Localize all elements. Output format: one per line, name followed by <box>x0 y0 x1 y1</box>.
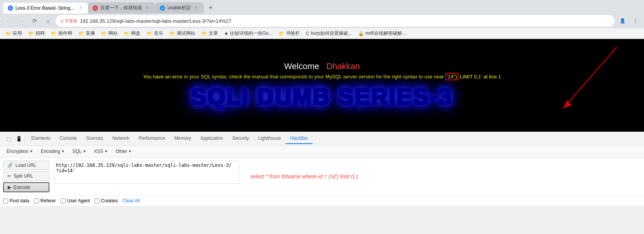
tab-lighthouse[interactable]: Lighthouse <box>254 133 286 144</box>
bookmark-recruit[interactable]: 📁 招聘 <box>26 29 47 37</box>
clear-all-link[interactable]: Clear All <box>122 198 140 203</box>
tab-1-close[interactable]: × <box>78 5 83 11</box>
tab-2-title: 百度一下，你就知道 <box>100 5 142 11</box>
post-data-checkbox-label[interactable]: Post data <box>3 198 29 203</box>
tab-security[interactable]: Security <box>228 133 254 144</box>
go-icon: ★ <box>224 31 228 36</box>
url-textarea[interactable]: http://192.168.35.129/sqli-labs-master/s… <box>54 161 239 184</box>
load-url-button[interactable]: 🔗 Load URL <box>3 161 49 170</box>
bookmark-website[interactable]: 📁 网站 <box>99 29 120 37</box>
user-agent-checkbox-label[interactable]: User Agent <box>61 198 90 203</box>
sql-menu[interactable]: SQL ▼ <box>69 147 90 156</box>
tab-console[interactable]: Console <box>55 133 81 144</box>
split-url-button[interactable]: ✂ Split URL <box>3 171 49 181</box>
encoding-label: Encoding <box>41 149 60 154</box>
query-annotation-text: select * from tbName where id = ('id') l… <box>250 173 358 180</box>
forward-button[interactable]: → <box>16 15 27 26</box>
tab-3-close[interactable]: × <box>193 5 199 11</box>
bookmark-plugin[interactable]: 📁 插件网 <box>49 29 74 37</box>
post-data-label: Post data <box>10 198 29 203</box>
encryption-menu[interactable]: Encryption ▼ <box>3 147 37 156</box>
encryption-label: Encryption <box>7 149 29 154</box>
tab-network[interactable]: Network <box>108 133 134 144</box>
error-line: You have an error in your SQL syntax; ch… <box>135 74 509 80</box>
bookmark-testsite[interactable]: 📁 测试网站 <box>167 29 198 37</box>
sql-label: SQL <box>73 149 82 154</box>
devtools-tab-bar: ⬚ 📱 Elements Console Sources Network Per… <box>0 132 644 146</box>
cookies-checkbox-label[interactable]: Cookies <box>95 198 118 203</box>
inspect-element-icon[interactable]: ⬚ <box>5 134 13 143</box>
execute-button[interactable]: ▶ Execute <box>3 182 49 192</box>
xss-label: XSS <box>94 149 103 154</box>
security-warning-icon: ⚠ 不安全 <box>60 18 78 24</box>
red-arrow-annotation <box>486 43 632 128</box>
tab-2[interactable]: 百 百度一下，你就知道 × <box>88 2 155 14</box>
sqli-title: SQLI DUMB SERIES-3 <box>191 83 453 109</box>
execute-label: Execute <box>14 185 30 190</box>
bookmark-apps[interactable]: 📁 应用 <box>3 29 24 37</box>
address-bar-row: ← → ⟳ ⌂ ⚠ 不安全 192.168.35.129/sqli-labs-m… <box>0 14 644 28</box>
bookmark-bar[interactable]: 📁 书签栏 <box>276 29 302 37</box>
referer-checkbox-label[interactable]: Referer <box>34 198 56 203</box>
sql-arrow-icon: ▼ <box>83 149 86 153</box>
bookmark-music[interactable]: 📁 音乐 <box>144 29 166 37</box>
reload-button[interactable]: ⟳ <box>29 15 40 26</box>
tab-memory[interactable]: Memory <box>170 133 196 144</box>
tab-1[interactable]: G Less-3 Error Based- String (wit × <box>3 3 88 14</box>
browser-chrome: G Less-3 Error Based- String (wit × 百 百度… <box>0 0 644 39</box>
bookmark-md5[interactable]: 🔒 md5在线解密破解... <box>356 29 408 37</box>
back-button[interactable]: ← <box>3 15 14 26</box>
split-url-label: Split URL <box>14 173 33 179</box>
xss-menu[interactable]: XSS ▼ <box>91 147 112 156</box>
device-toolbar-icon[interactable]: 📱 <box>15 134 23 143</box>
md5-icon: 🔒 <box>358 31 364 36</box>
profile-button[interactable]: 👤 <box>617 15 628 26</box>
referer-label: Referer <box>41 198 56 203</box>
testsite-folder-icon: 📁 <box>169 31 175 36</box>
tab-3-title: unable积淀 <box>167 5 191 11</box>
bookmark-go[interactable]: ★ 比较详细的一份Go... <box>222 29 275 37</box>
address-bar[interactable]: ⚠ 不安全 192.168.35.129/sqli-labs-master/sq… <box>56 15 615 27</box>
welcome-name: Dhakkan <box>326 61 360 71</box>
error-text: You have an error in your SQL syntax; ch… <box>143 74 445 80</box>
post-data-checkbox[interactable] <box>3 198 8 203</box>
tab-1-title: Less-3 Error Based- String (wit <box>15 5 75 11</box>
devtools-icons: ⬚ 📱 <box>3 132 25 145</box>
query-annotation: select * from tbName where id = ('id') l… <box>244 161 365 192</box>
split-url-icon: ✂ <box>7 173 11 179</box>
bookmark-burp[interactable]: C burp如何设置爆破... <box>304 29 354 37</box>
hackbar-body: 🔗 Load URL ✂ Split URL ▶ Execute http://… <box>0 158 644 195</box>
tab-performance[interactable]: Performance <box>134 133 170 144</box>
tab-application[interactable]: Application <box>196 133 228 144</box>
encryption-arrow-icon: ▼ <box>30 149 33 153</box>
bookmark-cloud[interactable]: 📁 网盘 <box>122 29 143 37</box>
address-text: 192.168.35.129/sqli-labs-master/sqli-lab… <box>80 18 610 24</box>
welcome-line: Welcome Dhakkan <box>284 61 360 71</box>
user-agent-checkbox[interactable] <box>61 198 66 203</box>
bookmark-live[interactable]: 📁 直播 <box>76 29 97 37</box>
tab-2-close[interactable]: × <box>144 5 150 11</box>
bookmark-article[interactable]: 📁 文章 <box>199 29 220 37</box>
home-button[interactable]: ⌂ <box>42 15 53 26</box>
website-folder-icon: 📁 <box>101 31 107 36</box>
tab-bar: G Less-3 Error Based- String (wit × 百 百度… <box>0 0 644 14</box>
other-menu[interactable]: Other ▼ <box>112 147 135 156</box>
other-label: Other <box>115 149 127 154</box>
new-tab-button[interactable]: + <box>205 3 216 14</box>
svg-text:G: G <box>9 7 11 10</box>
load-url-icon: 🔗 <box>7 163 13 168</box>
article-folder-icon: 📁 <box>201 31 207 36</box>
music-folder-icon: 📁 <box>147 31 152 36</box>
referer-checkbox[interactable] <box>34 198 39 203</box>
tab-sources[interactable]: Sources <box>81 133 108 144</box>
tab-elements[interactable]: Elements <box>27 133 55 144</box>
cookies-checkbox[interactable] <box>95 198 100 203</box>
tab-hackbar[interactable]: HackBar <box>286 133 313 144</box>
error-highlight-box: '14'') <box>445 73 458 80</box>
tab-3[interactable]: u unable积淀 × <box>155 2 204 14</box>
svg-text:百: 百 <box>94 7 97 10</box>
settings-button[interactable]: ⋮ <box>630 15 641 26</box>
encoding-menu[interactable]: Encoding ▼ <box>37 147 68 156</box>
cloud-folder-icon: 📁 <box>124 31 130 36</box>
bar-folder-icon: 📁 <box>279 31 284 36</box>
